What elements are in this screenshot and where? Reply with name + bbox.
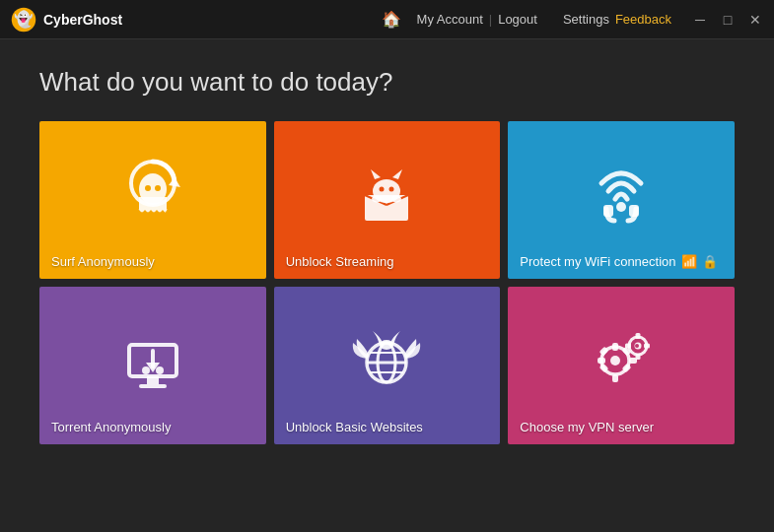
basic-websites-icon xyxy=(347,317,426,396)
torrent-label: Torrent Anonymously xyxy=(51,420,171,434)
tile-choose-server[interactable]: Choose my VPN server xyxy=(508,287,735,444)
svg-point-7 xyxy=(155,185,161,191)
svg-text:👻: 👻 xyxy=(14,10,34,29)
logout-link[interactable]: Logout xyxy=(492,12,543,27)
cyberghost-logo-icon: 👻 xyxy=(10,6,37,33)
svg-rect-47 xyxy=(636,354,641,360)
svg-point-17 xyxy=(391,196,401,203)
svg-point-6 xyxy=(145,185,151,191)
svg-rect-38 xyxy=(598,358,605,364)
svg-rect-49 xyxy=(644,344,650,349)
svg-rect-23 xyxy=(139,384,167,388)
logo-area: 👻 CyberGhost xyxy=(10,6,122,33)
server-label: Choose my VPN server xyxy=(520,420,654,434)
titlebar: 👻 CyberGhost 🏠 My Account | Logout Setti… xyxy=(0,0,774,39)
window-controls: ─ □ ✕ xyxy=(691,13,764,27)
svg-point-26 xyxy=(142,366,150,374)
wifi-icon xyxy=(582,152,661,231)
main-content: What do you want to do today? Surf Anony… xyxy=(0,39,774,532)
svg-rect-37 xyxy=(612,374,618,382)
tiles-grid: Surf Anonymously Unb xyxy=(39,121,735,444)
lock-mini-icon: 🔒 xyxy=(702,254,718,269)
settings-link[interactable]: Settings xyxy=(563,12,609,27)
wifi-label: Protect my WiFi connection xyxy=(520,254,675,269)
svg-point-50 xyxy=(635,344,639,348)
logo-text: CyberGhost xyxy=(43,12,122,28)
tile-protect-wifi[interactable]: Protect my WiFi connection 📶 🔒 xyxy=(508,121,735,279)
svg-point-16 xyxy=(372,196,382,203)
svg-point-15 xyxy=(389,187,394,192)
svg-rect-5 xyxy=(139,197,167,209)
surf-icon xyxy=(113,152,192,231)
svg-rect-19 xyxy=(603,205,613,217)
tile-unblock-streaming[interactable]: Unblock Streaming xyxy=(274,121,501,279)
close-button[interactable]: ✕ xyxy=(746,13,764,27)
svg-point-33 xyxy=(380,340,393,350)
svg-marker-12 xyxy=(371,169,381,179)
torrent-icon xyxy=(113,317,192,396)
svg-marker-13 xyxy=(392,169,402,179)
streaming-label: Unblock Streaming xyxy=(286,254,394,269)
my-account-link[interactable]: My Account xyxy=(411,12,489,27)
surf-label: Surf Anonymously xyxy=(51,254,155,269)
svg-rect-48 xyxy=(625,344,631,349)
svg-point-27 xyxy=(156,366,164,374)
tile-unblock-basic[interactable]: Unblock Basic Websites xyxy=(274,287,501,444)
vpn-server-icon xyxy=(582,317,661,396)
svg-rect-22 xyxy=(147,376,159,384)
feedback-link[interactable]: Feedback xyxy=(615,12,671,27)
maximize-button[interactable]: □ xyxy=(719,13,737,27)
svg-point-18 xyxy=(616,202,626,212)
page-heading: What do you want to do today? xyxy=(39,67,735,98)
svg-point-14 xyxy=(380,187,385,192)
basic-label: Unblock Basic Websites xyxy=(286,420,423,434)
svg-rect-20 xyxy=(629,205,639,217)
wifi-label-row: Protect my WiFi connection 📶 🔒 xyxy=(520,254,727,269)
nav-links: 🏠 My Account | Logout xyxy=(382,10,543,29)
minimize-button[interactable]: ─ xyxy=(691,13,709,27)
tile-surf-anonymously[interactable]: Surf Anonymously xyxy=(39,121,266,279)
svg-rect-46 xyxy=(636,333,641,339)
home-icon[interactable]: 🏠 xyxy=(382,10,401,29)
wifi-mini-icon: 📶 xyxy=(681,254,697,269)
streaming-icon xyxy=(347,152,426,231)
svg-point-35 xyxy=(610,356,620,366)
tile-torrent-anonymously[interactable]: Torrent Anonymously xyxy=(39,287,266,444)
svg-rect-36 xyxy=(612,343,618,351)
